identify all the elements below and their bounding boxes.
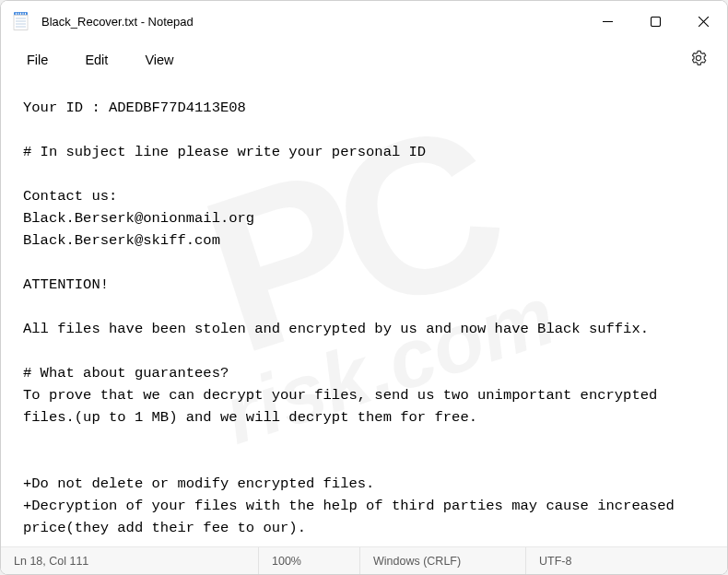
notepad-window: Black_Recover.txt - Notepad File Edit Vi… <box>0 0 728 575</box>
svg-rect-2 <box>18 13 18 15</box>
status-zoom: 100% <box>259 547 360 574</box>
maximize-icon <box>651 17 661 27</box>
close-icon <box>699 17 709 27</box>
minimize-icon <box>603 17 613 27</box>
menu-file[interactable]: File <box>8 47 66 73</box>
svg-rect-3 <box>20 13 21 15</box>
window-controls <box>583 1 727 41</box>
svg-rect-12 <box>651 17 660 26</box>
svg-rect-5 <box>25 13 26 15</box>
svg-rect-4 <box>22 13 23 15</box>
menu-view[interactable]: View <box>126 47 192 73</box>
statusbar: Ln 18, Col 111 100% Windows (CRLF) UTF-8 <box>1 546 727 574</box>
minimize-button[interactable] <box>583 1 631 41</box>
notepad-icon <box>12 12 29 30</box>
settings-button[interactable] <box>677 44 720 76</box>
svg-rect-6 <box>14 16 28 30</box>
svg-rect-1 <box>16 13 17 15</box>
status-eol: Windows (CRLF) <box>360 547 526 574</box>
status-encoding: UTF-8 <box>526 547 727 574</box>
menu-items: File Edit View <box>8 47 193 73</box>
status-position: Ln 18, Col 111 <box>1 547 259 574</box>
menubar: File Edit View <box>1 41 727 78</box>
text-content[interactable]: Your ID : ADEDBF77D4113E08 # In subject … <box>1 78 727 546</box>
window-title: Black_Recover.txt - Notepad <box>41 15 583 29</box>
close-button[interactable] <box>679 1 727 41</box>
titlebar: Black_Recover.txt - Notepad <box>1 1 727 41</box>
gear-icon <box>690 50 707 66</box>
menu-edit[interactable]: Edit <box>66 47 126 73</box>
maximize-button[interactable] <box>631 1 679 41</box>
